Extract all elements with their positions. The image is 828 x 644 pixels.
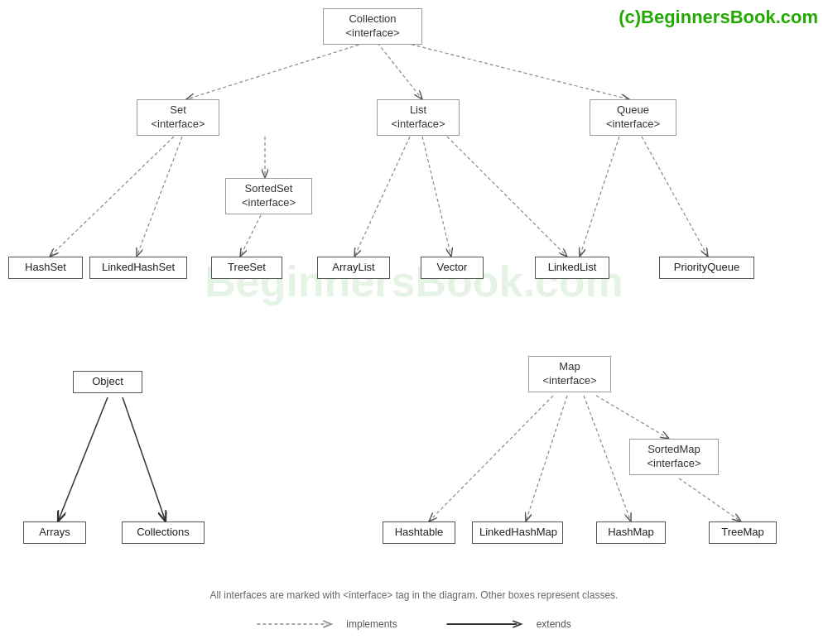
brand: (c)BeginnersBook.com (619, 7, 818, 28)
svg-line-17 (596, 396, 669, 439)
svg-line-6 (240, 215, 261, 257)
node-hashset: HashSet (8, 257, 83, 279)
svg-line-2 (406, 43, 629, 99)
node-sortedset: SortedSet <interface> (225, 178, 312, 214)
svg-line-10 (580, 137, 619, 257)
svg-line-13 (123, 397, 166, 521)
node-list: List <interface> (377, 99, 460, 136)
node-treeset: TreeSet (211, 257, 282, 279)
svg-line-12 (58, 397, 108, 521)
node-arrays: Arrays (23, 521, 86, 544)
node-linkedhashmap: LinkedHashMap (472, 521, 563, 544)
svg-line-15 (526, 396, 567, 521)
svg-line-1 (378, 43, 422, 99)
legend-extends: extends (447, 618, 571, 631)
node-hashtable: Hashtable (383, 521, 455, 544)
node-map: Map <interface> (528, 356, 611, 392)
implements-line-icon (257, 618, 339, 631)
node-collections: Collections (122, 521, 205, 544)
svg-line-8 (422, 137, 451, 257)
legend: implements extends (257, 618, 570, 631)
node-set: Set <interface> (137, 99, 219, 136)
node-object: Object (73, 371, 142, 393)
node-hashmap: HashMap (596, 521, 666, 544)
extends-line-icon (447, 618, 530, 631)
diagram: BeginnersBook.com (c)BeginnersBook.com (0, 0, 828, 644)
node-linkedhashset: LinkedHashSet (89, 257, 187, 279)
svg-line-14 (429, 396, 553, 521)
implements-label: implements (346, 618, 397, 630)
svg-line-11 (642, 137, 708, 257)
svg-line-0 (186, 43, 364, 99)
node-vector: Vector (421, 257, 484, 279)
svg-line-9 (447, 137, 567, 257)
node-collection: Collection <interface> (323, 8, 422, 45)
node-priorityqueue: PriorityQueue (659, 257, 754, 279)
footer-note: All interfaces are marked with <interfac… (210, 589, 619, 601)
svg-line-7 (354, 137, 410, 257)
node-linkedlist: LinkedList (535, 257, 609, 279)
node-queue: Queue <interface> (590, 99, 676, 136)
extends-label: extends (537, 618, 571, 630)
node-treemap: TreeMap (709, 521, 777, 544)
node-sortedmap: SortedMap <interface> (629, 439, 719, 475)
arrows-svg (0, 0, 828, 644)
svg-line-5 (137, 137, 182, 257)
legend-implements: implements (257, 618, 397, 631)
node-arraylist: ArrayList (317, 257, 390, 279)
svg-line-16 (584, 396, 631, 521)
svg-line-4 (50, 137, 174, 257)
svg-line-18 (679, 478, 741, 521)
